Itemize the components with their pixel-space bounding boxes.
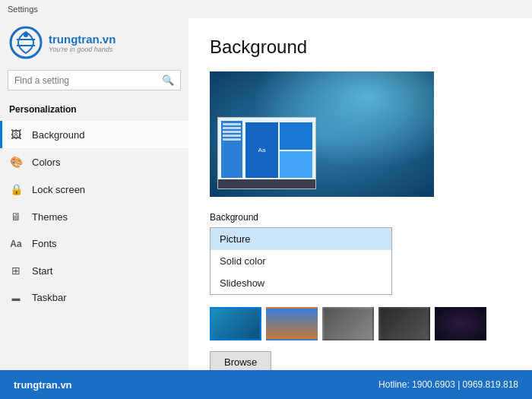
pw-line-5 <box>223 138 241 141</box>
colors-icon: 🎨 <box>9 156 23 168</box>
bottom-bar: trungtran.vn Hotline: 1900.6903 | 0969.8… <box>0 370 532 399</box>
sidebar-item-label-lockscreen: Lock screen <box>32 184 85 195</box>
start-icon: ⊞ <box>9 264 23 277</box>
sidebar-item-label-fonts: Fonts <box>32 238 57 249</box>
dropdown-option-picture[interactable]: Picture <box>211 228 391 250</box>
dropdown-list: Picture Solid color Slideshow <box>210 227 392 295</box>
right-panel: Background <box>188 18 532 370</box>
dropdown-option-slideshow[interactable]: Slideshow <box>211 272 391 294</box>
thumbnail-2[interactable] <box>266 307 318 340</box>
search-input[interactable] <box>14 75 162 86</box>
preview-window-inner: Aa <box>218 118 315 181</box>
sidebar-item-label-background: Background <box>32 129 84 141</box>
bg-dropdown-label: Background <box>210 212 511 223</box>
main-area: trungtran.vn You're in good hands 🔍 Pers… <box>0 18 532 370</box>
preview-sidebar <box>221 121 242 178</box>
sidebar-item-themes[interactable]: 🖥 Themes <box>0 203 188 230</box>
pw-line-2 <box>223 127 241 129</box>
svg-point-3 <box>24 33 28 37</box>
sidebar: trungtran.vn You're in good hands 🔍 Pers… <box>0 18 188 370</box>
background-dropdown[interactable]: Picture Solid color Slideshow <box>210 227 392 295</box>
sidebar-item-label-taskbar: Taskbar <box>32 292 67 303</box>
sidebar-item-colors[interactable]: 🎨 Colors <box>0 148 188 176</box>
fonts-icon: Aa <box>9 239 23 249</box>
pw-line-3 <box>223 131 241 133</box>
sidebar-item-start[interactable]: ⊞ Start <box>0 257 188 284</box>
thumbnail-5[interactable] <box>435 307 486 340</box>
footer-left: trungtran.vn <box>14 379 72 391</box>
pw-line-4 <box>223 135 241 137</box>
logo-main-text: trungtran.vn <box>49 33 116 46</box>
lockscreen-icon: 🔒 <box>9 183 23 195</box>
sidebar-item-fonts[interactable]: Aa Fonts <box>0 230 188 257</box>
background-preview: Aa <box>210 71 434 197</box>
preview-tiles: Aa <box>245 122 312 178</box>
sidebar-item-label-themes: Themes <box>32 211 68 223</box>
sidebar-item-lockscreen[interactable]: 🔒 Lock screen <box>0 176 188 203</box>
settings-window: Settings trungtran.vn You're in good han… <box>0 0 532 399</box>
titlebar: Settings <box>0 0 532 18</box>
recent-images-row <box>210 307 511 340</box>
logo-sub-text: You're in good hands <box>49 46 116 53</box>
browse-button[interactable]: Browse <box>210 351 271 370</box>
tile-2 <box>280 151 312 179</box>
logo-area: trungtran.vn You're in good hands <box>0 18 188 70</box>
thumbnail-4[interactable] <box>378 307 430 340</box>
sidebar-item-label-start: Start <box>32 265 52 277</box>
search-bar[interactable]: 🔍 <box>8 70 181 90</box>
section-label: Personalization <box>0 101 188 121</box>
thumbnail-3[interactable] <box>322 307 374 340</box>
dropdown-option-solid[interactable]: Solid color <box>211 250 391 272</box>
page-title: Background <box>210 36 511 58</box>
sidebar-item-label-colors: Colors <box>32 157 61 168</box>
thumbnail-1[interactable] <box>210 307 261 340</box>
tile-1 <box>280 122 312 150</box>
titlebar-label: Settings <box>8 5 38 14</box>
preview-content: Aa <box>245 121 312 178</box>
sidebar-item-taskbar[interactable]: ▬ Taskbar <box>0 284 188 311</box>
preview-taskbar <box>218 179 315 188</box>
themes-icon: 🖥 <box>9 211 23 223</box>
taskbar-icon: ▬ <box>9 293 23 302</box>
preview-window: Aa <box>217 117 316 189</box>
footer-right: Hotline: 1900.6903 | 0969.819.818 <box>378 379 518 390</box>
tile-large: Aa <box>245 122 278 178</box>
logo-icon <box>9 26 43 59</box>
logo-text-area: trungtran.vn You're in good hands <box>49 33 116 53</box>
pw-line-1 <box>223 123 241 125</box>
sidebar-item-background[interactable]: 🖼 Background <box>0 121 188 148</box>
search-icon[interactable]: 🔍 <box>162 74 174 86</box>
background-icon: 🖼 <box>9 128 23 141</box>
